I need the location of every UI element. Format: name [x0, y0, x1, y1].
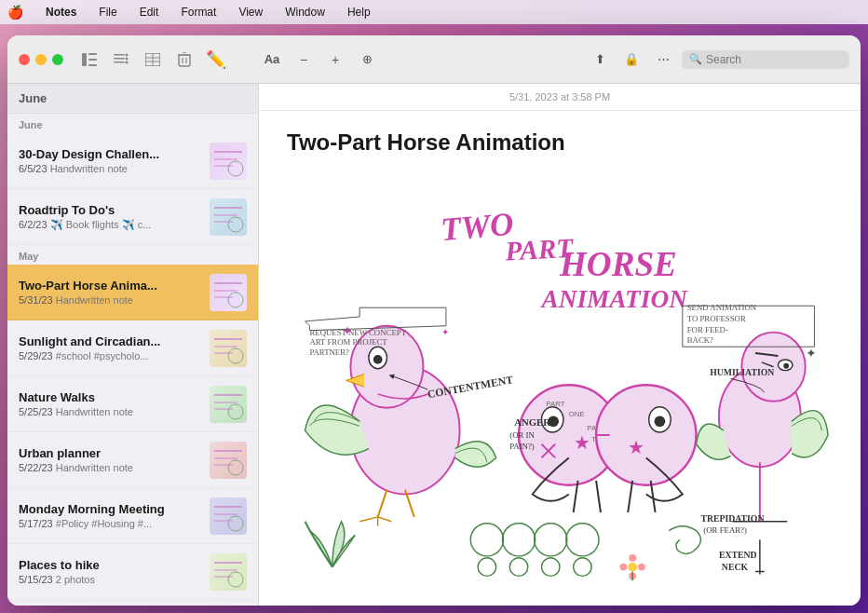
main-window: ✏️ Aa − + ⊕ ⬆ 🔒 ⋯ 🔍 June June30-Day Desi…	[7, 35, 861, 606]
sidebar: June June30-Day Design Challen...6/5/23 …	[7, 84, 259, 606]
menubar: 🍎 Notes File Edit Format View Window Hel…	[0, 0, 868, 24]
note-title: 30-Day Design Challen...	[19, 147, 200, 161]
svg-text:FOR FEED-: FOR FEED-	[687, 325, 728, 334]
note-meta: 5/22/23 Handwritten note	[19, 462, 200, 473]
svg-text:NECK: NECK	[722, 562, 749, 572]
note-thumbnail	[210, 274, 247, 311]
svg-rect-6	[114, 61, 125, 63]
svg-point-134	[619, 564, 627, 571]
minimize-button[interactable]	[35, 54, 47, 65]
note-title: Nature Walks	[19, 390, 200, 404]
month-divider: June	[7, 114, 258, 133]
note-title: Roadtrip To Do's	[19, 203, 200, 217]
text-format-button[interactable]: Aa	[259, 47, 285, 73]
note-meta: 5/29/23 #school #psycholo...	[19, 350, 200, 361]
menu-window[interactable]: Window	[281, 4, 329, 20]
svg-text:PAIN?): PAIN?)	[509, 442, 535, 451]
svg-text:✦: ✦	[806, 347, 817, 361]
list-item[interactable]: Nature Walks5/25/23 Handwritten note	[7, 376, 258, 432]
svg-text:(OR IN: (OR IN	[509, 430, 535, 440]
svg-text:TWO: TWO	[440, 206, 515, 249]
note-text: Roadtrip To Do's6/2/23 ✈️ Book flights ✈…	[19, 203, 200, 231]
table-button[interactable]	[140, 47, 166, 73]
svg-point-102	[783, 363, 789, 369]
menu-file[interactable]: File	[95, 4, 120, 20]
svg-text:PART: PART	[546, 400, 564, 408]
note-title: Places to hike	[19, 558, 200, 572]
maximize-button[interactable]	[52, 54, 63, 65]
note-meta: 5/15/23 2 photos	[19, 574, 200, 585]
note-title: Monday Morning Meeting	[19, 502, 200, 516]
sidebar-month-header: June	[7, 84, 258, 114]
svg-text:HORSE: HORSE	[559, 245, 677, 283]
list-item[interactable]: Sunlight and Circadian...5/29/23 #school…	[7, 320, 258, 376]
search-box: 🔍	[682, 50, 849, 69]
svg-text:HUMILIATION: HUMILIATION	[710, 368, 774, 378]
svg-point-133	[628, 563, 637, 572]
svg-rect-14	[179, 55, 190, 66]
note-text: 30-Day Design Challen...6/5/23 Handwritt…	[19, 147, 200, 174]
notes-list: June30-Day Design Challen...6/5/23 Handw…	[7, 114, 258, 606]
svg-point-72	[373, 355, 383, 364]
share-button[interactable]: ⬆	[587, 47, 613, 73]
media-button[interactable]: ⊕	[354, 47, 380, 73]
note-text: Two-Part Horse Anima...5/31/23 Handwritt…	[19, 279, 200, 306]
note-thumbnail	[210, 442, 247, 479]
note-title: Urban planner	[19, 446, 200, 460]
svg-text:PARTNER?: PARTNER?	[309, 347, 349, 357]
detail-timestamp: 5/31, 2023 at 3:58 PM	[509, 91, 610, 102]
svg-point-92	[655, 415, 666, 427]
list-item[interactable]: Two-Part Horse Anima...5/31/23 Handwritt…	[7, 265, 258, 320]
svg-rect-2	[88, 59, 97, 61]
note-detail: 5/31, 2023 at 3:58 PM Two-Part Horse Ani…	[259, 84, 861, 606]
list-item[interactable]: Monday Morning Meeting5/17/23 #Policy #H…	[7, 488, 258, 544]
checklist-button[interactable]	[108, 47, 134, 73]
note-meta: 5/17/23 #Policy #Housing #...	[19, 518, 200, 529]
note-meta: 5/25/23 Handwritten note	[19, 406, 200, 417]
note-text: Sunlight and Circadian...5/29/23 #school…	[19, 334, 200, 361]
svg-text:ART FROM PROJECT: ART FROM PROJECT	[309, 337, 387, 347]
note-thumbnail	[210, 497, 247, 535]
detail-content[interactable]: Two-Part Horse Animation TWO PART HORSE …	[259, 111, 861, 606]
new-note-button[interactable]: ✏️	[203, 47, 229, 73]
menu-help[interactable]: Help	[344, 4, 374, 20]
apple-menu[interactable]: 🍎	[7, 5, 23, 20]
close-button[interactable]	[19, 54, 30, 65]
month-divider: May	[7, 245, 258, 265]
search-input[interactable]	[706, 53, 842, 66]
note-thumbnail	[210, 198, 247, 236]
note-text: Places to hike5/15/23 2 photos	[19, 558, 200, 585]
svg-text:BACK?: BACK?	[687, 335, 713, 345]
svg-text:TREPIDATION: TREPIDATION	[700, 513, 764, 524]
zoom-out-button[interactable]: −	[291, 47, 317, 73]
menu-notes[interactable]: Notes	[42, 4, 80, 20]
sidebar-toggle-button[interactable]	[76, 47, 102, 73]
svg-text:(OR FEAR?): (OR FEAR?)	[703, 525, 747, 535]
delete-button[interactable]	[171, 47, 197, 73]
menu-format[interactable]: Format	[177, 4, 220, 20]
svg-point-8	[126, 57, 129, 60]
lock-button[interactable]: 🔒	[618, 47, 644, 73]
list-item[interactable]: 30-Day Design Challen...6/5/23 Handwritt…	[7, 133, 258, 189]
svg-rect-4	[114, 54, 125, 56]
note-text: Urban planner5/22/23 Handwritten note	[19, 446, 200, 473]
sketch-area: TWO PART HORSE ANIMATION	[287, 170, 833, 581]
menu-edit[interactable]: Edit	[136, 4, 163, 20]
note-text: Monday Morning Meeting5/17/23 #Policy #H…	[19, 502, 200, 529]
note-title: Sunlight and Circadian...	[19, 334, 200, 348]
list-item[interactable]: Places to hike5/15/23 2 photos	[7, 544, 258, 600]
detail-header: 5/31, 2023 at 3:58 PM	[259, 84, 861, 111]
detail-title: Two-Part Horse Animation	[287, 129, 833, 156]
svg-text:ONE: ONE	[569, 410, 585, 418]
svg-rect-0	[82, 53, 87, 66]
svg-point-90	[596, 385, 696, 484]
menu-view[interactable]: View	[235, 4, 266, 20]
toolbar: ✏️ Aa − + ⊕ ⬆ 🔒 ⋯ 🔍	[7, 35, 861, 84]
note-title: Two-Part Horse Anima...	[19, 279, 200, 293]
list-item[interactable]: Roadtrip To Do's6/2/23 ✈️ Book flights ✈…	[7, 189, 258, 245]
list-item[interactable]: Summer Outfits5/15/23	[7, 600, 258, 606]
zoom-in-button[interactable]: +	[322, 47, 348, 73]
svg-text:★: ★	[574, 432, 590, 453]
more-button[interactable]: ⋯	[650, 47, 676, 73]
list-item[interactable]: Urban planner5/22/23 Handwritten note	[7, 432, 258, 488]
